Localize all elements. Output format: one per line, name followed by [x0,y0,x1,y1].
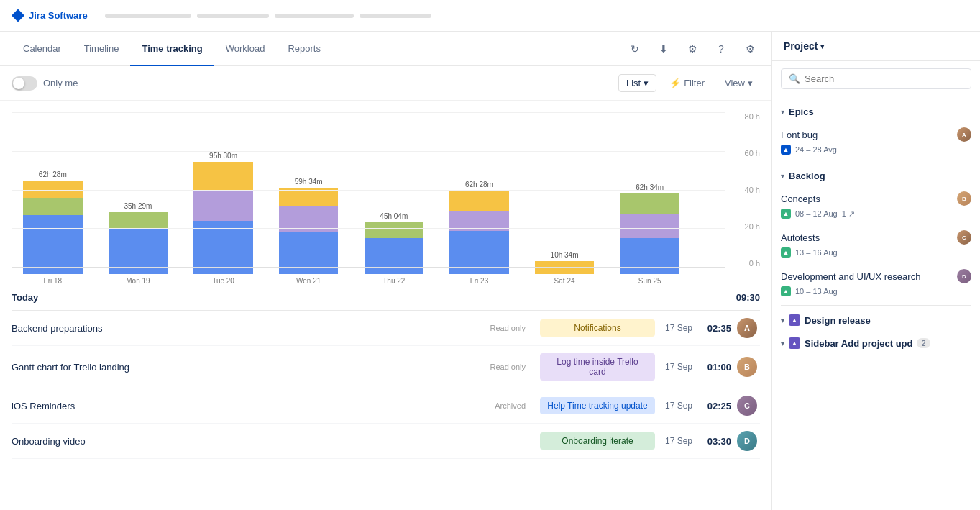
design-release-badge: ▲ [789,314,800,326]
epic-font-bug[interactable]: Font bug A ▲ 24 – 28 Avg [772,122,980,160]
only-me-label: Only me [43,78,78,88]
bar-group-tue20: 95h 30m Tue 20 [182,112,265,285]
y-label-80: 80 h [745,112,760,121]
search-input[interactable] [805,73,963,84]
help-button[interactable]: ? [711,39,731,59]
project-label: Project ▾ [784,40,824,52]
task-time-0: 02:35 [702,323,731,334]
top-bar: Jira Software [0,0,980,32]
settings-button[interactable]: ⚙ [740,39,760,59]
task-tag-2[interactable]: Help Time tracking update [540,397,655,414]
right-sidebar: Project ▾ 🔍 ▾ Epics Font bug A ▲ 24 [771,32,980,510]
bar-group-sat24: 10h 34m Sat 24 [523,112,606,285]
task-time-3: 03:30 [702,436,731,447]
backlog-dev-research-meta: ▲ 10 – 13 Aug [781,286,971,296]
filter-icon-button[interactable]: ⚙ [682,39,702,59]
bar-group-wen21: 59h 34m Wen 21 [267,112,350,285]
tab-reports[interactable]: Reports [276,32,332,66]
backlog-avatar-0: B [957,191,971,206]
bar-group-thu22: 45h 04m Thu 22 [353,112,436,285]
tab-workload[interactable]: Workload [214,32,277,66]
task-name-2: iOS Reminders [12,401,170,411]
controls-bar: Only me List ▾ ⚡ Filter View ▾ [0,66,771,101]
epics-section-header[interactable]: ▾ Epics [772,102,980,122]
task-name-1: Gantt chart for Trello landing [12,362,170,373]
task-row: Onboarding video Onboarding iterate 17 S… [12,424,760,459]
bar-label-thu22: 45h 04m [380,212,408,220]
task-tag-1[interactable]: Log time inside Trello card [540,353,655,381]
epic-dates-0: 24 – 28 Avg [795,145,837,154]
backlog-dev-research-name: Development and UI/UX research D [781,269,971,283]
backlog-badge-0: ▲ [781,209,791,219]
task-date-0: 17 Sep [661,323,697,333]
backlog-section-header[interactable]: ▾ Backlog [772,166,980,186]
bar-label-wen21: 59h 34m [295,178,323,186]
backlog-concepts[interactable]: Concepts B ▲ 08 – 12 Aug 1 ↗ [772,186,980,224]
bar-purple-tue20 [193,191,253,221]
bar-group-mon19: 35h 29m Mon 19 [97,112,180,285]
x-label-fri23: Fri 23 [470,277,489,285]
x-label-wen21: Wen 21 [296,277,321,285]
backlog-count-0: 1 ↗ [842,209,855,219]
x-label-tue20: Tue 20 [212,277,234,285]
nav-pill-3 [275,14,354,18]
epics-section-title: Epics [789,106,814,117]
bar-blue-mon19 [109,228,168,274]
y-label-60: 60 h [745,149,760,158]
task-avatar-3: D [737,431,760,451]
tab-time-tracking[interactable]: Time tracking [130,32,214,66]
table-area: Today 09:30 Backend preparations Read on… [0,285,771,510]
search-icon: 🔍 [789,73,800,84]
task-date-3: 17 Sep [661,436,697,446]
backlog-autotests-name: Autotests C [781,230,971,245]
app-layout: Calendar Timeline Time tracking Workload… [0,32,980,510]
chart-bars: 62h 28m Fri 18 35h 29m [12,112,725,285]
backlog-avatar-1: C [957,230,971,245]
search-box[interactable]: 🔍 [781,68,971,89]
task-name-3: Onboarding video [12,436,170,447]
epics-chevron-icon: ▾ [781,108,784,116]
task-date-2: 17 Sep [661,401,697,411]
design-release-section: ▾ ▲ Design release [772,309,980,332]
refresh-button[interactable]: ↻ [625,39,645,59]
task-time-2: 02:25 [702,401,731,411]
backlog-dev-research[interactable]: Development and UI/UX research D ▲ 10 – … [772,263,980,302]
task-avatar-2: C [737,396,760,416]
tab-bar: Calendar Timeline Time tracking Workload… [0,32,771,66]
epic-font-bug-name: Font bug A [781,127,971,142]
filter-button[interactable]: ⚡ Filter [662,75,712,91]
project-chevron-icon: ▾ [820,42,824,50]
bar-stack-mon19 [109,212,168,274]
sidebar-add-count: 2 [917,338,930,348]
backlog-autotests[interactable]: Autotests C ▲ 13 – 16 Aug [772,224,980,263]
main-content: Calendar Timeline Time tracking Workload… [0,32,771,510]
bar-yellow-fri23 [449,191,509,211]
avatar-face-2: C [737,396,757,416]
task-avatar-1: B [737,357,760,377]
bar-group-sun25: 62h 34m Sun 25 [608,112,691,285]
backlog-autotests-meta: ▲ 13 – 16 Aug [781,247,971,258]
task-row: Backend preparations Read only Notificat… [12,311,760,346]
design-release-header[interactable]: ▾ ▲ Design release [781,314,971,326]
sidebar-add-header[interactable]: ▾ ▲ Sidebar Add project upd 2 [781,337,971,349]
only-me-toggle[interactable] [12,76,37,91]
chart-wrapper: 80 h 60 h 40 h 20 h 0 h 62h 28m [12,112,760,285]
list-button[interactable]: List ▾ [618,74,656,92]
toggle-knob [13,78,24,89]
bar-stack-fri18 [23,181,83,274]
backlog-avatar-2: D [957,269,971,283]
view-button[interactable]: View ▾ [718,75,760,91]
task-tag-3[interactable]: Onboarding iterate [540,432,655,450]
avatar-face-0: A [737,318,757,338]
task-time-1: 01:00 [702,362,731,373]
task-tag-0[interactable]: Notifications [540,319,655,337]
app-logo[interactable]: Jira Software [12,9,88,22]
bar-green-sun25 [620,193,679,214]
bar-blue-sun25 [620,238,679,274]
tab-actions: ↻ ⬇ ⚙ ? ⚙ [625,39,760,59]
download-button[interactable]: ⬇ [654,39,674,59]
tab-timeline[interactable]: Timeline [73,32,131,66]
bar-yellow-wen21 [279,188,339,206]
bar-group-fri23: 62h 28m Fri 23 [438,112,521,285]
tab-calendar[interactable]: Calendar [12,32,73,66]
